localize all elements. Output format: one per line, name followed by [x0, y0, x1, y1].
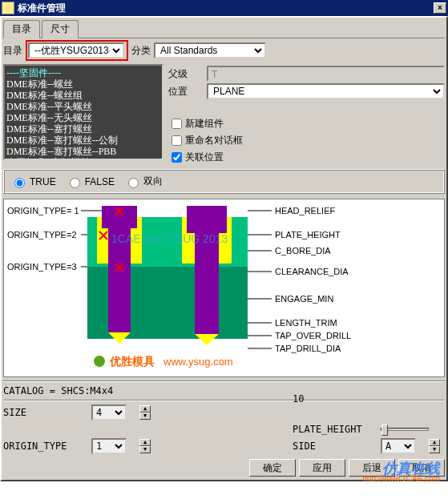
tree-item[interactable]: 大同标准--塞打螺丝 — [6, 157, 160, 160]
new-component-checkbox[interactable] — [172, 119, 182, 129]
origin-type-select[interactable]: 1 — [91, 438, 127, 454]
origin2-label: ORIGIN_TYPE=2 — [7, 230, 77, 239]
link-position-label: 关联位置 — [185, 151, 224, 164]
side-label: SIDE — [293, 441, 381, 452]
position-select[interactable]: PLANE — [207, 83, 445, 99]
tree-item[interactable]: DME标准--塞打螺丝 — [6, 123, 160, 135]
rename-dialog-checkbox[interactable] — [172, 135, 182, 146]
svg-text:C_BORE_DIA: C_BORE_DIA — [275, 246, 331, 256]
tab-dimension[interactable]: 尺寸 — [42, 20, 79, 38]
svg-rect-10 — [187, 206, 227, 233]
position-label: 位置 — [168, 85, 204, 99]
size-label: SIZE — [3, 407, 91, 418]
standard-tree[interactable]: ----坚固件---- DME标准--螺丝 DME标准--螺丝组 DME标准--… — [3, 64, 163, 160]
new-component-label: 新建组件 — [185, 117, 224, 131]
link-position-checkbox[interactable] — [172, 152, 182, 163]
svg-rect-11 — [195, 233, 219, 334]
svg-marker-12 — [195, 334, 219, 345]
plate-height-label: PLATE_HEIGHT — [293, 424, 381, 435]
svg-rect-7 — [102, 206, 137, 228]
classify-select[interactable]: All Standards — [154, 42, 266, 58]
origin3-label: ORIGIN_TYPE=3 — [7, 262, 77, 272]
size-select[interactable]: 4 — [91, 404, 127, 421]
catalog-select[interactable]: --优胜YSUG2013-- — [28, 42, 124, 58]
radio-false[interactable]: FALSE — [66, 175, 115, 188]
parent-label: 父级 — [168, 67, 204, 81]
svg-text:LENGTH_TRIM: LENGTH_TRIM — [275, 318, 337, 328]
catalog-highlight: --优胜YSUG2013-- — [26, 40, 128, 61]
svg-text:www.ysug.com: www.ysug.com — [163, 356, 233, 368]
tree-item[interactable]: DME标准--平头螺丝 — [6, 101, 160, 112]
radio-true[interactable]: TRUE — [10, 175, 56, 188]
tab-catalog[interactable]: 目录 — [3, 20, 40, 38]
title-bar: 标准件管理 × — [0, 0, 448, 16]
origin-type-label: ORIGIN_TYPE — [3, 441, 91, 452]
boolean-group: TRUE FALSE 双向 — [3, 169, 445, 194]
svg-text:TAP_OVER_DRILL: TAP_OVER_DRILL — [275, 331, 351, 340]
side-select[interactable]: A — [381, 438, 416, 454]
catalog-label: 目录 — [3, 44, 22, 58]
tree-item[interactable]: DME标准--螺丝 — [6, 78, 160, 90]
side-spinner[interactable]: ▲▼ — [429, 439, 445, 453]
svg-text:ENGAGE_MIN: ENGAGE_MIN — [275, 294, 333, 304]
diagram-panel: ORIGIN_TYPE= 1 ORIGIN_TYPE=2 ORIGIN_TYPE… — [3, 199, 445, 377]
tree-item[interactable]: DME标准--塞打螺丝--公制 — [6, 135, 160, 146]
plate-height-value: 10 — [293, 393, 381, 404]
svg-text:TAP_DRILL_DIA: TAP_DRILL_DIA — [275, 344, 341, 353]
apply-button[interactable]: 应用 — [299, 459, 345, 477]
rename-dialog-label: 重命名对话框 — [185, 134, 243, 147]
svg-text:CLEARANCE_DIA: CLEARANCE_DIA — [275, 267, 349, 276]
window-title: 标准件管理 — [18, 2, 434, 15]
app-icon — [2, 2, 14, 14]
svg-text:1CAE.com   YSUG   2013: 1CAE.com YSUG 2013 — [111, 232, 228, 245]
origin1-label: ORIGIN_TYPE= 1 — [7, 206, 79, 215]
parent-field: T — [207, 66, 445, 82]
screw-diagram: ORIGIN_TYPE= 1 ORIGIN_TYPE=2 ORIGIN_TYPE… — [7, 203, 360, 371]
classify-label: 分类 — [131, 44, 151, 58]
tree-item[interactable]: DME标准--无头螺丝 — [6, 112, 160, 123]
origintype-spinner[interactable]: ▲▼ — [139, 439, 159, 453]
plate-height-slider[interactable] — [381, 428, 445, 431]
tree-header: ----坚固件---- — [6, 67, 160, 78]
ok-button[interactable]: 确定 — [249, 459, 296, 477]
size-spinner[interactable]: ▲▼ — [139, 405, 159, 420]
overlay-url: http://www.1CAE.com — [362, 474, 440, 481]
tree-item[interactable]: DME标准--塞打螺丝--PBB — [6, 146, 160, 157]
close-button[interactable]: × — [434, 2, 446, 14]
tab-strip: 目录 尺寸 — [3, 19, 445, 38]
radio-bidir[interactable]: 双向 — [124, 175, 163, 188]
tree-item[interactable]: DME标准--螺丝组 — [6, 90, 160, 101]
svg-text:HEAD_RELIEF: HEAD_RELIEF — [275, 206, 335, 215]
svg-text:PLATE_HEIGHT: PLATE_HEIGHT — [275, 230, 341, 239]
svg-text:优胜模具: 优胜模具 — [109, 355, 155, 368]
svg-point-36 — [94, 356, 105, 367]
